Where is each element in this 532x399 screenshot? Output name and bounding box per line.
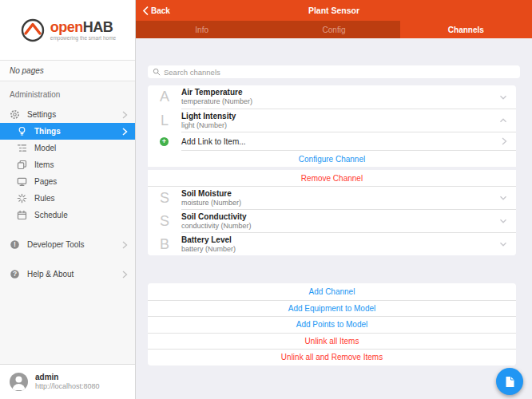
unlink-all-items-button[interactable]: Unlink all Items (148, 333, 516, 350)
search-icon (153, 68, 161, 76)
plus-circle-icon: + (160, 137, 169, 146)
model-tree-icon (17, 143, 27, 153)
channel-subtitle: moisture (Number) (181, 199, 498, 207)
spark-icon (17, 193, 27, 203)
chevron-left-icon (142, 6, 149, 15)
chevron-right-icon (121, 271, 128, 279)
chevron-down-icon (498, 216, 508, 226)
sidebar-item-label: Schedule (34, 211, 68, 219)
tab-channels[interactable]: Channels (400, 21, 532, 38)
unlink-all-and-remove-items-button[interactable]: Unlink all and Remove Items (148, 349, 516, 365)
channel-subtitle: battery (Number) (181, 245, 498, 254)
sidebar-item-label: Developer Tools (27, 240, 85, 249)
chevron-right-icon (121, 128, 128, 136)
channel-title: Air Temperature (181, 88, 498, 97)
back-button[interactable]: Back (136, 6, 170, 15)
sidebar-item-label: Settings (27, 110, 56, 119)
sidebar-item-help-about[interactable]: ? Help & About (0, 266, 135, 282)
channel-letter: L (156, 113, 173, 129)
sidebar-item-things[interactable]: Things (0, 123, 135, 140)
chevron-down-icon (498, 93, 508, 102)
tab-config[interactable]: Config (268, 21, 399, 38)
channel-letter: S (156, 190, 173, 207)
sidebar-item-model[interactable]: Model (0, 140, 135, 156)
exclamation-circle-icon: ! (10, 239, 20, 250)
channel-title: Battery Level (181, 235, 498, 245)
brand-tagline: empowering the smart home (50, 35, 116, 41)
search-bar (148, 65, 520, 78)
page-title: Plant Sensor (136, 6, 532, 15)
channel-letter: A (156, 89, 173, 105)
sidebar-nav: Administration Settings Things (0, 81, 135, 364)
code-view-fab-button[interactable] (496, 368, 523, 395)
add-channel-button[interactable]: Add Channel (148, 283, 516, 300)
administration-section-label: Administration (0, 84, 135, 106)
user-name: admin (35, 373, 100, 382)
wordmark-open: open (50, 19, 83, 35)
sidebar-item-label: Things (34, 127, 61, 136)
sidebar-item-label: Rules (34, 194, 55, 203)
channel-letter: S (156, 213, 173, 230)
avatar (10, 373, 28, 391)
thing-actions-list: Add Channel Add Equipment to Model Add P… (148, 283, 516, 365)
remove-channel-button[interactable]: Remove Channel (148, 170, 516, 186)
channel-title: Soil Conductivity (181, 212, 498, 222)
openhab-house-icon (19, 17, 46, 44)
add-link-label: Add Link to Item... (181, 137, 500, 146)
sidebar-item-pages[interactable]: Pages (0, 173, 135, 190)
monitor-icon (17, 176, 27, 187)
channel-row-air-temperature[interactable]: A Air Temperature temperature (Number) (148, 85, 516, 109)
question-circle-icon: ? (10, 269, 20, 279)
openhab-logo: openHAB empowering the smart home (0, 0, 135, 61)
person-icon (10, 373, 28, 391)
svg-text:?: ? (13, 270, 17, 278)
copy-icon (17, 160, 27, 170)
search-input[interactable] (164, 68, 515, 77)
channels-list: A Air Temperature temperature (Number) L… (148, 85, 516, 255)
tab-bar: Info Config Channels (136, 21, 532, 38)
navbar: Back Plant Sensor (136, 0, 532, 21)
openhab-wordmark: openHAB empowering the smart home (50, 20, 116, 41)
sidebar-item-label: Model (34, 144, 56, 152)
add-link-to-item-button[interactable]: + Add Link to Item... (148, 132, 516, 150)
no-pages-label: No pages (0, 61, 135, 81)
channels-page: A Air Temperature temperature (Number) L… (136, 38, 532, 399)
chevron-up-icon (498, 116, 508, 125)
sidebar-item-label: Items (34, 160, 54, 169)
sidebar-item-rules[interactable]: Rules (0, 190, 135, 207)
lightbulb-icon (17, 126, 27, 136)
add-equipment-to-model-button[interactable]: Add Equipment to Model (148, 300, 516, 317)
channel-letter: B (156, 236, 173, 253)
channel-title: Soil Moisture (181, 189, 498, 199)
channel-subtitle: light (Number) (181, 121, 498, 130)
gear-icon (10, 109, 20, 120)
sidebar-item-developer-tools[interactable]: ! Developer Tools (0, 236, 135, 253)
channel-row-soil-moisture[interactable]: S Soil Moisture moisture (Number) (148, 187, 516, 209)
channel-subtitle: conductivity (Number) (181, 222, 498, 231)
server-url: http://localhost:8080 (35, 382, 100, 391)
sidebar-item-schedule[interactable]: Schedule (0, 207, 135, 223)
channel-row-soil-conductivity[interactable]: S Soil Conductivity conductivity (Number… (148, 210, 516, 232)
document-icon (504, 376, 515, 388)
chevron-down-icon (498, 193, 508, 203)
sidebar-item-label: Help & About (27, 270, 73, 279)
tab-info[interactable]: Info (136, 21, 268, 38)
sidebar-item-items[interactable]: Items (0, 156, 135, 173)
chevron-right-icon (500, 136, 508, 146)
sidebar-item-label: Pages (34, 177, 57, 186)
chevron-right-icon (121, 111, 128, 119)
main-panel: Back Plant Sensor Info Config Channels A… (136, 0, 532, 399)
calendar-icon (17, 210, 27, 220)
channel-row-light-intensity[interactable]: L Light Intensity light (Number) (148, 109, 516, 132)
chevron-right-icon (121, 241, 128, 249)
back-label: Back (151, 6, 170, 15)
user-account-bar[interactable]: admin http://localhost:8080 (0, 364, 135, 399)
chevron-down-icon (498, 239, 508, 249)
sidebar: openHAB empowering the smart home No pag… (0, 0, 136, 399)
channel-subtitle: temperature (Number) (181, 97, 498, 106)
channel-row-battery-level[interactable]: B Battery Level battery (Number) (148, 233, 516, 255)
sidebar-item-settings[interactable]: Settings (0, 106, 135, 123)
wordmark-hab: HAB (83, 19, 113, 35)
configure-channel-button[interactable]: Configure Channel (148, 151, 516, 167)
add-points-to-model-button[interactable]: Add Points to Model (148, 316, 516, 333)
